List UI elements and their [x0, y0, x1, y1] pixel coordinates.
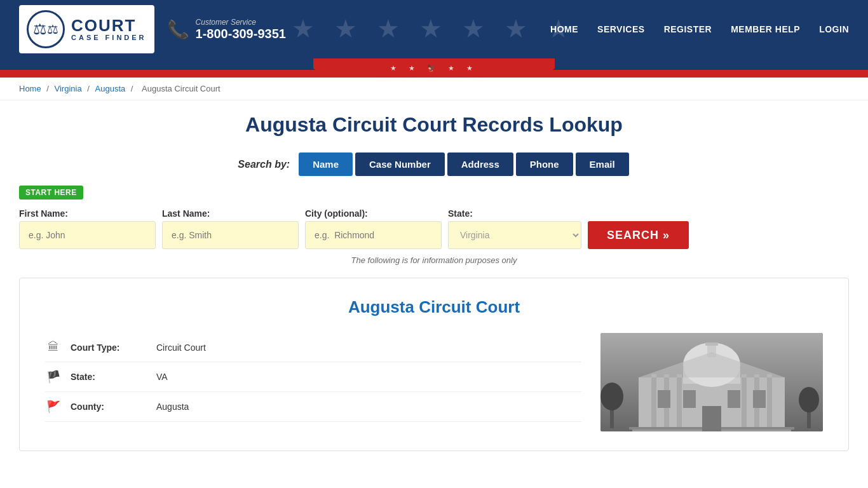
nav-home[interactable]: HOME: [550, 24, 578, 34]
phone-info: Customer Service 1-800-309-9351: [196, 18, 286, 41]
svg-rect-11: [767, 374, 772, 431]
breadcrumb-sep1: /: [46, 84, 51, 93]
customer-service-label: Customer Service: [196, 18, 286, 27]
logo-emblem: ⚖: [27, 10, 65, 48]
phone-block: 📞 Customer Service 1-800-309-9351: [167, 18, 286, 41]
svg-rect-18: [702, 406, 721, 431]
phone-number: 1-800-309-9351: [196, 27, 286, 41]
header-ribbon: ★ ★ 🦅 ★ ★: [0, 58, 868, 78]
svg-point-20: [600, 383, 623, 410]
state-icon: 🏴: [45, 370, 61, 384]
court-detail-state: 🏴 State: VA: [45, 362, 581, 392]
breadcrumb-sep3: /: [131, 84, 135, 93]
svg-rect-15: [683, 390, 696, 408]
search-by-row: Search by: Name Case Number Address Phon…: [19, 152, 849, 176]
state-group: State: Virginia Alabama Alaska Arizona C…: [448, 208, 581, 249]
breadcrumb-virginia[interactable]: Virginia: [55, 84, 82, 93]
logo-case-finder-text: CASE FINDER: [71, 34, 147, 41]
county-label: County:: [71, 402, 147, 412]
nav-register[interactable]: REGISTER: [664, 24, 712, 34]
bg-stars: ★ ★ ★ ★ ★ ★ ★: [292, 14, 577, 43]
last-name-input[interactable]: [162, 221, 299, 249]
court-detail-county: 🚩 County: Augusta: [45, 392, 581, 422]
tab-case-number[interactable]: Case Number: [355, 152, 445, 176]
search-form: First Name: Last Name: City (optional): …: [19, 208, 849, 249]
first-name-input[interactable]: [19, 221, 156, 249]
tab-email[interactable]: Email: [576, 152, 629, 176]
search-button[interactable]: SEARCH »: [588, 221, 689, 249]
logo-icon: ⚖: [47, 22, 58, 37]
court-info-box: Augusta Circuit Court 🏛 Court Type: Circ…: [19, 278, 849, 451]
court-info-details: 🏛 Court Type: Circuit Court 🏴 State: VA …: [45, 333, 581, 422]
search-by-label: Search by:: [238, 159, 290, 170]
svg-rect-6: [651, 374, 656, 431]
page-title: Augusta Circuit Court Records Lookup: [19, 113, 849, 137]
svg-rect-17: [753, 390, 766, 408]
court-detail-type: 🏛 Court Type: Circuit Court: [45, 333, 581, 362]
svg-rect-9: [742, 374, 747, 431]
logo-court-text: COURT: [71, 17, 147, 34]
courthouse-illustration: [600, 333, 823, 431]
state-select[interactable]: Virginia Alabama Alaska Arizona Californ…: [448, 221, 581, 249]
court-info-title: Augusta Circuit Court: [45, 297, 823, 317]
header-bg-stars: ★ ★ ★ ★ ★ ★ ★: [275, 0, 593, 57]
tab-name[interactable]: Name: [299, 152, 353, 176]
logo-box[interactable]: ⚖ COURT CASE FINDER: [19, 5, 154, 53]
breadcrumb-current: Augusta Circuit Court: [142, 84, 220, 93]
logo-text-block: COURT CASE FINDER: [71, 17, 147, 41]
main-content: Augusta Circuit Court Records Lookup Sea…: [0, 100, 868, 464]
county-value: Augusta: [156, 402, 189, 412]
svg-point-22: [799, 387, 819, 412]
last-name-label: Last Name:: [162, 208, 299, 219]
court-type-icon: 🏛: [45, 341, 61, 354]
header-left: ⚖ COURT CASE FINDER 📞 Customer Service 1…: [19, 5, 286, 53]
breadcrumb-augusta[interactable]: Augusta: [95, 84, 126, 93]
main-nav: HOME SERVICES REGISTER MEMBER HELP LOGIN: [550, 24, 849, 34]
breadcrumb-sep2: /: [87, 84, 92, 93]
state-label: State:: [448, 208, 581, 219]
city-input[interactable]: [305, 221, 442, 249]
first-name-group: First Name:: [19, 208, 156, 249]
tab-phone[interactable]: Phone: [516, 152, 573, 176]
nav-member-help[interactable]: MEMBER HELP: [731, 24, 800, 34]
start-here-badge: START HERE: [19, 186, 83, 200]
info-note: The following is for information purpose…: [19, 255, 849, 265]
svg-rect-5: [705, 342, 718, 346]
court-type-label: Court Type:: [71, 342, 147, 353]
ribbon-stars: ★ ★ 🦅 ★ ★: [390, 64, 478, 72]
city-label: City (optional):: [305, 208, 442, 219]
county-icon: 🚩: [45, 400, 61, 414]
svg-rect-8: [677, 374, 682, 431]
first-name-label: First Name:: [19, 208, 156, 219]
nav-login[interactable]: LOGIN: [819, 24, 849, 34]
svg-rect-16: [728, 390, 740, 408]
court-image: [600, 333, 823, 431]
svg-rect-14: [658, 390, 670, 408]
court-info-body: 🏛 Court Type: Circuit Court 🏴 State: VA …: [45, 333, 823, 431]
header: ★ ★ ★ ★ ★ ★ ★ ⚖ COURT CASE FINDER 📞 Cust…: [0, 0, 868, 58]
ribbon-arch: ★ ★ 🦅 ★ ★: [313, 58, 555, 78]
court-type-value: Circuit Court: [156, 342, 206, 353]
last-name-group: Last Name:: [162, 208, 299, 249]
search-form-row: First Name: Last Name: City (optional): …: [19, 208, 849, 249]
start-here-container: START HERE: [19, 186, 849, 205]
tab-address[interactable]: Address: [447, 152, 513, 176]
breadcrumb: Home / Virginia / Augusta / Augusta Circ…: [0, 78, 868, 100]
breadcrumb-home[interactable]: Home: [19, 84, 41, 93]
state-value: VA: [156, 372, 168, 382]
city-group: City (optional):: [305, 208, 442, 249]
phone-icon: 📞: [167, 19, 189, 40]
state-label-detail: State:: [71, 372, 147, 382]
nav-services[interactable]: SERVICES: [597, 24, 645, 34]
